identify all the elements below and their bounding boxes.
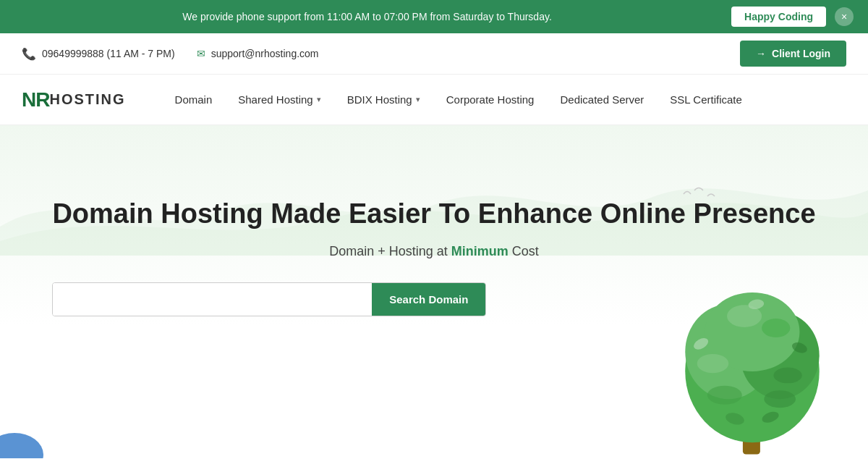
- nav-label-shared-hosting: Shared Hosting: [238, 93, 312, 106]
- phone-number: 09649999888 (11 AM - 7 PM): [42, 48, 175, 59]
- nav-link-ssl-certificate[interactable]: SSL Certificate: [657, 76, 755, 123]
- svg-point-16: [0, 433, 43, 458]
- nav-link-dedicated-server[interactable]: Dedicated Server: [547, 76, 657, 123]
- phone-contact: 📞 09649999888 (11 AM - 7 PM): [22, 47, 175, 61]
- nav-label-dedicated-server: Dedicated Server: [560, 93, 644, 106]
- hero-subtitle: Domain + Hosting at Minimum Cost: [52, 244, 815, 259]
- domain-search-input[interactable]: [53, 283, 372, 316]
- email-icon: ✉: [197, 48, 205, 59]
- navbar: NR HOSTING Domain Shared Hosting ▾ BDIX …: [0, 75, 868, 125]
- nav-label-bdix-hosting: BDIX Hosting: [347, 93, 412, 106]
- top-banner: We provide phone support from 11:00 AM t…: [0, 0, 868, 33]
- hero-subtitle-highlight: Minimum: [451, 244, 509, 258]
- nav-label-ssl-certificate: SSL Certificate: [670, 93, 742, 106]
- contact-bar: 📞 09649999888 (11 AM - 7 PM) ✉ support@n…: [0, 33, 868, 75]
- logo[interactable]: NR HOSTING: [22, 88, 126, 111]
- nav-label-corporate-hosting: Corporate Hosting: [446, 93, 535, 106]
- svg-point-5: [697, 354, 729, 373]
- email-address: support@nrhosting.com: [211, 48, 319, 59]
- nav-link-domain[interactable]: Domain: [162, 76, 226, 123]
- nav-item-corporate-hosting[interactable]: Corporate Hosting: [433, 76, 548, 123]
- hero-subtitle-suffix: Cost: [509, 244, 539, 258]
- client-login-label: Client Login: [772, 48, 830, 59]
- nav-item-ssl-certificate[interactable]: SSL Certificate: [657, 76, 755, 123]
- nav-item-domain[interactable]: Domain: [162, 76, 226, 123]
- nav-item-shared-hosting[interactable]: Shared Hosting ▾: [225, 76, 333, 123]
- nav-link-shared-hosting[interactable]: Shared Hosting ▾: [225, 76, 333, 123]
- hero-section: Domain Hosting Made Easier To Enhance On…: [0, 125, 868, 458]
- client-login-button[interactable]: → Client Login: [740, 41, 846, 67]
- hero-title: Domain Hosting Made Easier To Enhance On…: [52, 198, 815, 231]
- svg-point-10: [764, 390, 796, 408]
- hero-subtitle-prefix: Domain + Hosting at: [329, 244, 451, 258]
- banner-text: We provide phone support from 11:00 AM t…: [14, 11, 720, 22]
- nav-item-dedicated-server[interactable]: Dedicated Server: [547, 76, 657, 123]
- nav-label-domain: Domain: [175, 93, 213, 106]
- logo-hosting: HOSTING: [49, 91, 125, 108]
- logo-nr: NR: [22, 88, 49, 111]
- happy-coding-button[interactable]: Happy Coding: [731, 7, 826, 27]
- search-domain-button[interactable]: Search Domain: [372, 283, 485, 316]
- email-contact: ✉ support@nrhosting.com: [197, 48, 319, 59]
- nav-item-bdix-hosting[interactable]: BDIX Hosting ▾: [334, 76, 433, 123]
- svg-point-6: [773, 368, 801, 384]
- blue-shape-decoration: [0, 415, 58, 458]
- domain-search-bar[interactable]: Search Domain: [52, 282, 486, 316]
- nav-menu: Domain Shared Hosting ▾ BDIX Hosting ▾ C…: [162, 76, 755, 123]
- nav-link-bdix-hosting[interactable]: BDIX Hosting ▾: [334, 76, 433, 123]
- svg-point-9: [707, 386, 742, 405]
- banner-close-button[interactable]: ×: [835, 7, 854, 26]
- chevron-down-icon-bdix: ▾: [416, 95, 420, 104]
- svg-point-8: [762, 319, 790, 337]
- login-arrow-icon: →: [756, 48, 766, 59]
- chevron-down-icon: ▾: [317, 95, 321, 104]
- phone-icon: 📞: [22, 47, 36, 61]
- tree-illustration: [665, 285, 839, 458]
- nav-link-corporate-hosting[interactable]: Corporate Hosting: [433, 76, 548, 123]
